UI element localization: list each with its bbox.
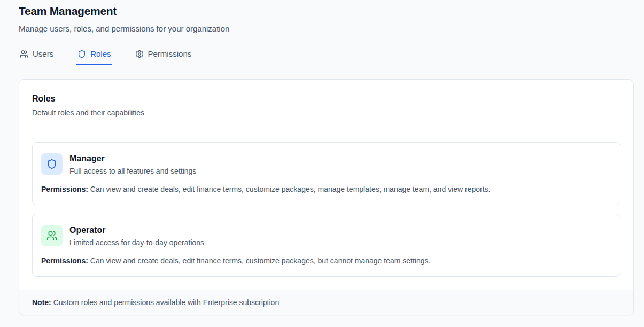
- users-icon: [41, 225, 63, 246]
- page-title: Team Management: [19, 5, 634, 18]
- tab-roles-label: Roles: [90, 49, 111, 58]
- permissions-label: Permissions:: [41, 256, 88, 265]
- page-subtitle: Manage users, roles, and permissions for…: [19, 24, 634, 33]
- tab-roles[interactable]: Roles: [76, 49, 112, 65]
- roles-list: Manager Full access to all features and …: [19, 129, 633, 290]
- shield-icon: [77, 50, 86, 58]
- roles-card-title: Roles: [32, 94, 620, 104]
- permissions-text: Can view and create deals, edit finance …: [90, 256, 431, 265]
- permissions-text: Can view and create deals, edit finance …: [90, 185, 491, 193]
- tab-permissions[interactable]: Permissions: [134, 49, 193, 65]
- tab-permissions-label: Permissions: [148, 49, 192, 58]
- role-description: Limited access for day-to-day operations: [69, 238, 204, 247]
- role-permissions: Permissions: Can view and create deals, …: [41, 256, 611, 266]
- role-item-operator: Operator Limited access for day-to-day o…: [32, 214, 620, 277]
- gear-icon: [135, 50, 144, 58]
- users-icon: [20, 50, 28, 58]
- enterprise-note: Note: Custom roles and permissions avail…: [19, 290, 633, 315]
- role-description: Full access to all features and settings: [69, 167, 196, 175]
- role-name: Manager: [69, 153, 196, 164]
- shield-icon: [41, 153, 63, 175]
- note-text: Custom roles and permissions available w…: [53, 298, 280, 307]
- tab-bar: Users Roles Permissions: [19, 49, 634, 65]
- tab-users-label: Users: [33, 49, 53, 58]
- role-item-manager: Manager Full access to all features and …: [32, 142, 620, 205]
- role-name: Operator: [69, 225, 204, 235]
- team-management-page: Team Management Manage users, roles, and…: [19, 0, 634, 315]
- roles-card: Roles Default roles and their capabiliti…: [19, 79, 634, 315]
- permissions-label: Permissions:: [41, 185, 88, 193]
- roles-card-header: Roles Default roles and their capabiliti…: [19, 80, 633, 129]
- note-label: Note:: [32, 298, 51, 307]
- role-permissions: Permissions: Can view and create deals, …: [41, 184, 611, 194]
- roles-card-subtitle: Default roles and their capabilities: [32, 108, 620, 117]
- tab-users[interactable]: Users: [19, 49, 55, 65]
